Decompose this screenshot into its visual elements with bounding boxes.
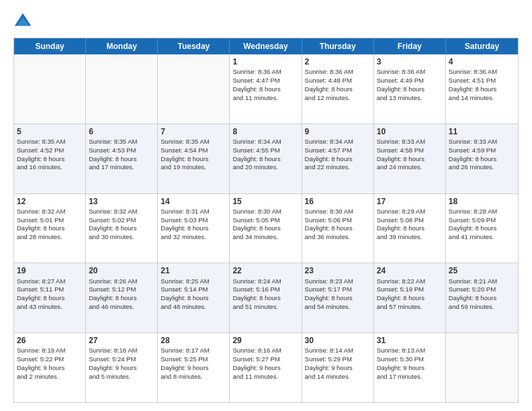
- day-cell: 23Sunrise: 8:23 AM Sunset: 5:17 PM Dayli…: [302, 263, 374, 332]
- day-cell: 29Sunrise: 8:16 AM Sunset: 5:27 PM Dayli…: [230, 333, 302, 402]
- day-number: 18: [449, 196, 515, 207]
- day-info: Sunrise: 8:22 AM Sunset: 5:19 PM Dayligh…: [377, 277, 443, 312]
- day-info: Sunrise: 8:18 AM Sunset: 5:24 PM Dayligh…: [89, 347, 154, 381]
- day-number: 24: [377, 265, 443, 276]
- day-number: 29: [232, 335, 298, 346]
- calendar-row: 19Sunrise: 8:27 AM Sunset: 5:11 PM Dayli…: [14, 263, 518, 332]
- day-cell: 9Sunrise: 8:34 AM Sunset: 4:57 PM Daylig…: [302, 124, 374, 193]
- day-number: 31: [377, 335, 443, 346]
- day-number: 11: [449, 126, 515, 137]
- day-number: 22: [232, 265, 298, 276]
- day-number: 25: [449, 265, 515, 276]
- day-info: Sunrise: 8:31 AM Sunset: 5:03 PM Dayligh…: [161, 208, 226, 242]
- day-cell: 13Sunrise: 8:32 AM Sunset: 5:02 PM Dayli…: [86, 194, 158, 263]
- calendar-body: 1Sunrise: 8:36 AM Sunset: 4:47 PM Daylig…: [14, 54, 518, 402]
- day-cell: [14, 54, 86, 124]
- day-info: Sunrise: 8:30 AM Sunset: 5:06 PM Dayligh…: [305, 208, 371, 242]
- day-cell: 27Sunrise: 8:18 AM Sunset: 5:24 PM Dayli…: [86, 333, 158, 402]
- day-number: 9: [305, 126, 371, 137]
- day-number: 14: [161, 196, 226, 207]
- day-info: Sunrise: 8:26 AM Sunset: 5:12 PM Dayligh…: [89, 277, 154, 312]
- day-number: 12: [17, 196, 83, 207]
- day-info: Sunrise: 8:27 AM Sunset: 5:11 PM Dayligh…: [17, 277, 83, 312]
- day-info: Sunrise: 8:14 AM Sunset: 5:29 PM Dayligh…: [305, 347, 371, 381]
- day-cell: 21Sunrise: 8:25 AM Sunset: 5:14 PM Dayli…: [158, 263, 230, 332]
- day-cell: [446, 333, 518, 402]
- day-info: Sunrise: 8:29 AM Sunset: 5:08 PM Dayligh…: [377, 208, 443, 242]
- day-info: Sunrise: 8:32 AM Sunset: 5:02 PM Dayligh…: [89, 208, 154, 242]
- day-of-week-header: Wednesday: [230, 38, 302, 54]
- day-of-week-header: Thursday: [302, 38, 374, 54]
- day-number: 21: [161, 265, 226, 276]
- day-info: Sunrise: 8:17 AM Sunset: 5:25 PM Dayligh…: [161, 347, 226, 381]
- day-number: 7: [161, 126, 226, 137]
- day-cell: 14Sunrise: 8:31 AM Sunset: 5:03 PM Dayli…: [158, 194, 230, 263]
- day-cell: 15Sunrise: 8:30 AM Sunset: 5:05 PM Dayli…: [230, 194, 302, 263]
- day-cell: 7Sunrise: 8:35 AM Sunset: 4:54 PM Daylig…: [158, 124, 230, 193]
- day-info: Sunrise: 8:35 AM Sunset: 4:53 PM Dayligh…: [89, 138, 154, 172]
- day-cell: 4Sunrise: 8:36 AM Sunset: 4:51 PM Daylig…: [446, 54, 518, 124]
- day-info: Sunrise: 8:35 AM Sunset: 4:54 PM Dayligh…: [161, 138, 226, 172]
- day-number: 10: [377, 126, 443, 137]
- day-cell: 3Sunrise: 8:36 AM Sunset: 4:49 PM Daylig…: [374, 54, 446, 124]
- day-cell: 19Sunrise: 8:27 AM Sunset: 5:11 PM Dayli…: [14, 263, 86, 332]
- day-number: 3: [377, 56, 443, 67]
- day-cell: 26Sunrise: 8:19 AM Sunset: 5:22 PM Dayli…: [14, 333, 86, 402]
- day-info: Sunrise: 8:35 AM Sunset: 4:52 PM Dayligh…: [17, 138, 83, 172]
- day-cell: 2Sunrise: 8:36 AM Sunset: 4:48 PM Daylig…: [302, 54, 374, 124]
- day-of-week-header: Saturday: [446, 38, 518, 54]
- page: SundayMondayTuesdayWednesdayThursdayFrid…: [0, 0, 532, 411]
- day-number: 23: [305, 265, 371, 276]
- day-cell: 28Sunrise: 8:17 AM Sunset: 5:25 PM Dayli…: [158, 333, 230, 402]
- day-number: 15: [232, 196, 298, 207]
- day-cell: 25Sunrise: 8:21 AM Sunset: 5:20 PM Dayli…: [446, 263, 518, 332]
- day-number: 26: [17, 335, 83, 346]
- day-cell: 30Sunrise: 8:14 AM Sunset: 5:29 PM Dayli…: [302, 333, 374, 402]
- day-cell: 10Sunrise: 8:33 AM Sunset: 4:58 PM Dayli…: [374, 124, 446, 193]
- day-info: Sunrise: 8:16 AM Sunset: 5:27 PM Dayligh…: [232, 347, 298, 381]
- day-of-week-header: Friday: [374, 38, 446, 54]
- day-info: Sunrise: 8:13 AM Sunset: 5:30 PM Dayligh…: [377, 347, 443, 381]
- calendar: SundayMondayTuesdayWednesdayThursdayFrid…: [13, 38, 519, 403]
- day-info: Sunrise: 8:36 AM Sunset: 4:51 PM Dayligh…: [449, 68, 515, 102]
- day-info: Sunrise: 8:34 AM Sunset: 4:55 PM Dayligh…: [232, 138, 298, 172]
- day-of-week-header: Tuesday: [158, 38, 230, 54]
- logo-icon: [13, 12, 32, 31]
- day-of-week-header: Sunday: [14, 38, 86, 54]
- day-cell: 1Sunrise: 8:36 AM Sunset: 4:47 PM Daylig…: [230, 54, 302, 124]
- day-info: Sunrise: 8:36 AM Sunset: 4:49 PM Dayligh…: [377, 68, 443, 102]
- day-number: 4: [449, 56, 515, 67]
- day-info: Sunrise: 8:36 AM Sunset: 4:47 PM Dayligh…: [232, 68, 298, 102]
- day-cell: 11Sunrise: 8:33 AM Sunset: 4:59 PM Dayli…: [446, 124, 518, 193]
- day-info: Sunrise: 8:33 AM Sunset: 4:59 PM Dayligh…: [449, 138, 515, 172]
- day-cell: 6Sunrise: 8:35 AM Sunset: 4:53 PM Daylig…: [86, 124, 158, 193]
- day-cell: 5Sunrise: 8:35 AM Sunset: 4:52 PM Daylig…: [14, 124, 86, 193]
- day-number: 1: [232, 56, 298, 67]
- calendar-row: 12Sunrise: 8:32 AM Sunset: 5:01 PM Dayli…: [14, 193, 518, 263]
- day-number: 6: [89, 126, 154, 137]
- day-cell: [86, 54, 158, 124]
- day-info: Sunrise: 8:19 AM Sunset: 5:22 PM Dayligh…: [17, 347, 83, 381]
- day-info: Sunrise: 8:34 AM Sunset: 4:57 PM Dayligh…: [305, 138, 371, 172]
- day-number: 2: [305, 56, 371, 67]
- day-info: Sunrise: 8:24 AM Sunset: 5:16 PM Dayligh…: [232, 277, 298, 312]
- day-info: Sunrise: 8:30 AM Sunset: 5:05 PM Dayligh…: [232, 208, 298, 242]
- day-cell: 18Sunrise: 8:28 AM Sunset: 5:09 PM Dayli…: [446, 194, 518, 263]
- day-number: 5: [17, 126, 83, 137]
- day-info: Sunrise: 8:25 AM Sunset: 5:14 PM Dayligh…: [161, 277, 226, 312]
- calendar-row: 26Sunrise: 8:19 AM Sunset: 5:22 PM Dayli…: [14, 332, 518, 402]
- day-cell: 12Sunrise: 8:32 AM Sunset: 5:01 PM Dayli…: [14, 194, 86, 263]
- day-cell: 24Sunrise: 8:22 AM Sunset: 5:19 PM Dayli…: [374, 263, 446, 332]
- day-info: Sunrise: 8:32 AM Sunset: 5:01 PM Dayligh…: [17, 208, 83, 242]
- day-info: Sunrise: 8:36 AM Sunset: 4:48 PM Dayligh…: [305, 68, 371, 102]
- calendar-row: 1Sunrise: 8:36 AM Sunset: 4:47 PM Daylig…: [14, 54, 518, 124]
- day-number: 20: [89, 265, 154, 276]
- day-number: 13: [89, 196, 154, 207]
- day-cell: [158, 54, 230, 124]
- day-number: 8: [232, 126, 298, 137]
- day-number: 19: [17, 265, 83, 276]
- day-cell: 17Sunrise: 8:29 AM Sunset: 5:08 PM Dayli…: [374, 194, 446, 263]
- day-info: Sunrise: 8:33 AM Sunset: 4:58 PM Dayligh…: [377, 138, 443, 172]
- day-number: 27: [89, 335, 154, 346]
- day-cell: 31Sunrise: 8:13 AM Sunset: 5:30 PM Dayli…: [374, 333, 446, 402]
